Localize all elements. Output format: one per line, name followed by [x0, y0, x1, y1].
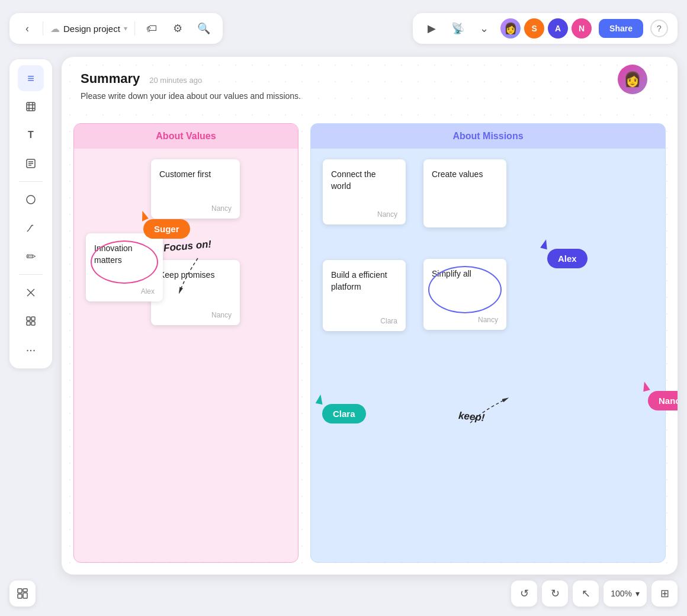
innovation-ellipse [91, 240, 158, 284]
cursor-clara-arrow [316, 394, 325, 405]
dropdown-icon: ▾ [124, 24, 127, 33]
cursor-clara-container: Clara [316, 394, 323, 404]
main-toolbar: ‹ ☁ Design project ▾ 🏷 ⚙ 🔍 ▶ 📡 ⌄ 👩 S A N… [9, 9, 678, 47]
project-title: Design project [63, 24, 120, 34]
zoom-control[interactable]: 100% ▾ [603, 580, 647, 607]
settings-button[interactable]: ⚙ [168, 19, 187, 38]
divider-2 [134, 21, 135, 36]
sidebar-sep-1 [19, 181, 43, 182]
cursor-suger-container: Suger [137, 211, 147, 220]
sidebar-pencil-tool[interactable]: ✏ [18, 243, 44, 270]
project-name-button[interactable]: ☁ Design project ▾ [50, 23, 127, 34]
sidebar-sep-2 [19, 274, 43, 275]
summary-description: Please write down your idea about our va… [81, 91, 659, 101]
note-customer-first-author: Nancy [159, 204, 232, 213]
note-create-values-text: Create values [432, 169, 498, 181]
cursor-label-alex: Alex [547, 249, 588, 268]
note-customer-first[interactable]: Customer first Nancy [151, 159, 240, 219]
summary-header: Summary 20 minutes ago Please write down… [62, 57, 678, 110]
note-connect-world-text: Connect the world [331, 169, 397, 192]
toolbar-right-group: ▶ 📡 ⌄ 👩 S A N Share ? [413, 13, 678, 44]
sidebar-more-button[interactable]: ··· [18, 336, 44, 362]
sidebar: ≡ T ✏ [9, 59, 52, 368]
summary-title-row: Summary 20 minutes ago [81, 71, 659, 86]
note-innovation[interactable]: Innovation matters Alex [86, 233, 163, 301]
canvas-content: Summary 20 minutes ago Please write down… [62, 57, 678, 575]
svg-rect-14 [27, 322, 30, 325]
zoom-dropdown-icon: ▾ [635, 589, 640, 598]
svg-rect-15 [31, 322, 35, 325]
column-values: About Values Customer first Nancy Keep p… [73, 123, 298, 563]
note-keep-promises-text: Keep promises [159, 270, 232, 281]
svg-point-9 [27, 195, 35, 204]
note-build-platform[interactable]: Build a efficient platform Clara [323, 260, 406, 331]
svg-rect-12 [27, 317, 30, 320]
cursor-label-suger: Suger [143, 219, 190, 239]
avatar-face: 👩 [618, 65, 647, 94]
avatar-photo[interactable]: 👩 [500, 18, 521, 38]
column-missions-header: About Missions [311, 124, 665, 149]
note-connect-world[interactable]: Connect the world Nancy [323, 159, 406, 224]
sidebar-text-tool[interactable]: T [18, 122, 44, 148]
broadcast-button[interactable]: 📡 [448, 19, 467, 38]
undo-button[interactable]: ↺ [511, 580, 537, 607]
canvas-overview-button[interactable] [9, 580, 36, 607]
search-button[interactable]: 🔍 [194, 19, 213, 38]
sidebar-shape-tool[interactable] [18, 187, 44, 213]
simplify-ellipse [428, 266, 502, 313]
summary-heading: Summary [81, 71, 140, 86]
cursor-label-clara: Clara [322, 404, 366, 424]
cursor-label-nancy: Nancy [648, 391, 678, 410]
note-customer-first-text: Customer first [159, 169, 232, 181]
sidebar-template-tool[interactable] [18, 308, 44, 334]
avatar-a[interactable]: A [548, 18, 568, 38]
share-button[interactable]: Share [599, 19, 643, 38]
main-canvas: Summary 20 minutes ago Please write down… [62, 57, 678, 575]
column-values-header: About Values [74, 124, 298, 149]
note-keep-promises-author: Nancy [159, 311, 232, 319]
redo-button[interactable]: ↻ [542, 580, 568, 607]
avatar-n[interactable]: N [572, 18, 592, 38]
cloud-icon: ☁ [50, 23, 60, 34]
bottom-toolbar: ↺ ↻ ↖ 100% ▾ ⊞ [511, 580, 678, 607]
avatar-s[interactable]: S [524, 18, 544, 38]
toolbar-left-group: ‹ ☁ Design project ▾ 🏷 ⚙ 🔍 [9, 13, 223, 44]
help-button[interactable]: ? [650, 20, 668, 37]
note-connect-world-author: Nancy [331, 210, 397, 219]
handwritten-keep: keep! [458, 410, 485, 424]
note-keep-promises[interactable]: Keep promises Nancy [151, 260, 240, 325]
back-button[interactable]: ‹ [19, 20, 36, 37]
svg-rect-17 [23, 589, 27, 592]
tag-button[interactable]: 🏷 [142, 19, 161, 38]
column-missions: About Missions Connect the world Nancy C… [310, 123, 666, 563]
expand-button[interactable]: ⌄ [474, 19, 493, 38]
floating-user-avatar: 👩 [616, 63, 649, 96]
note-simplify-all-author: Nancy [432, 316, 498, 324]
play-button[interactable]: ▶ [422, 19, 441, 38]
note-simplify-all[interactable]: Simplify all Nancy [423, 259, 506, 330]
cursor-nancy-arrow [641, 381, 650, 392]
svg-rect-16 [18, 589, 22, 593]
svg-rect-0 [27, 102, 35, 111]
sidebar-scissors-tool[interactable] [18, 280, 44, 306]
cursor-nancy-container: Nancy [642, 381, 649, 391]
cursor-alex-container: Alex [541, 239, 548, 249]
summary-time: 20 minutes ago [149, 76, 202, 85]
sidebar-sticky-tool[interactable] [18, 150, 44, 177]
sidebar-select-tool[interactable]: ≡ [18, 65, 44, 91]
map-button[interactable]: ⊞ [651, 580, 678, 607]
note-build-platform-author: Clara [331, 317, 397, 325]
zoom-level: 100% [611, 589, 632, 598]
note-create-values[interactable]: Create values [423, 159, 506, 227]
cursor-alex-arrow [540, 239, 550, 250]
sidebar-pen-tool[interactable] [18, 215, 44, 241]
note-innovation-author: Alex [94, 287, 155, 296]
svg-rect-13 [31, 317, 35, 320]
svg-rect-18 [18, 594, 22, 598]
sidebar-frame-tool[interactable] [18, 94, 44, 120]
avatar-group: 👩 S A N [500, 18, 592, 38]
cursor-mode-button[interactable]: ↖ [573, 580, 599, 607]
divider-1 [43, 21, 43, 36]
note-build-platform-text: Build a efficient platform [331, 270, 397, 293]
svg-rect-19 [23, 593, 27, 598]
